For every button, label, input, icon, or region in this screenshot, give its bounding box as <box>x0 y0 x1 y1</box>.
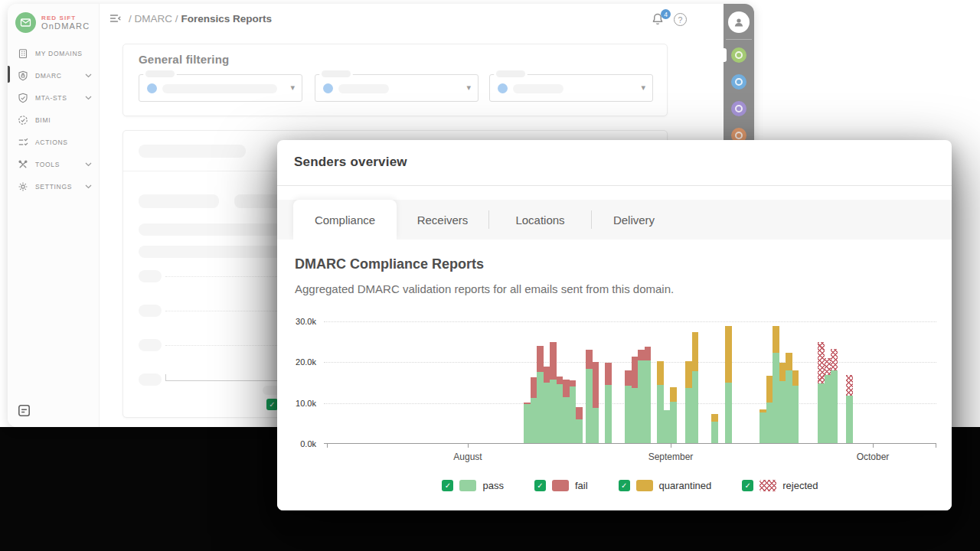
filter-select-2[interactable]: ▾ <box>315 74 479 102</box>
help-widget-icon[interactable] <box>18 404 31 420</box>
topbar: / DMARC /Forensics Reports 4 ? <box>100 4 724 36</box>
chart-bar-18[interactable] <box>670 387 677 443</box>
bar-segment-pass <box>576 419 583 443</box>
legend-checkbox-fail[interactable]: ✓ <box>534 480 546 491</box>
chevron-down-icon <box>85 162 93 167</box>
chart-bar-29[interactable] <box>818 342 825 443</box>
bar-segment-pass <box>563 397 570 443</box>
legend-checkbox-pass[interactable]: ✓ <box>442 480 453 491</box>
chart-bar-22[interactable] <box>725 326 732 443</box>
chart-bar-5[interactable] <box>557 377 564 443</box>
legend-label: rejected <box>782 480 818 491</box>
tabstrip-lead <box>277 200 293 240</box>
help-icon[interactable]: ? <box>674 13 687 26</box>
page-background: RED SIFT OnDMARC MY DOMAINSDMARCMTA-STSB… <box>0 0 980 551</box>
chart-bar-13[interactable] <box>632 357 639 443</box>
legend-checkbox-quarantined[interactable]: ✓ <box>619 480 630 491</box>
tab-locations[interactable]: Locations <box>489 200 591 240</box>
bar-segment-pass <box>605 385 612 443</box>
bar-segment-pass <box>537 372 544 443</box>
sidebar-item-settings[interactable]: SETTINGS <box>8 175 99 197</box>
bar-segment-pass <box>544 383 550 443</box>
legend-item-rejected: ✓rejected <box>742 480 818 491</box>
chart-bar-30[interactable] <box>825 358 831 443</box>
sidebar-item-my-domains[interactable]: MY DOMAINS <box>8 42 99 64</box>
legend-checkbox-rejected[interactable]: ✓ <box>742 480 753 491</box>
y-axis-label: 20.0k <box>296 357 316 367</box>
chart-bar-11[interactable] <box>605 363 612 443</box>
filter-select-3[interactable]: ▾ <box>489 74 653 102</box>
chart-bar-20[interactable] <box>692 332 699 443</box>
chart-bar-32[interactable] <box>846 375 853 443</box>
breadcrumb-current: Forensics Reports <box>181 13 273 24</box>
product-purple-icon[interactable] <box>731 101 746 116</box>
chart-bar-19[interactable] <box>685 361 692 443</box>
chart-bar-27[interactable] <box>786 353 792 443</box>
legend-swatch-fail <box>552 480 569 491</box>
skeleton-row-label <box>139 270 162 282</box>
chevron-down-icon <box>85 73 93 78</box>
tab-receivers[interactable]: Receivers <box>397 200 488 240</box>
skeleton-legend-checkbox[interactable]: ✓ <box>266 399 278 410</box>
tab-compliance[interactable]: Compliance <box>293 200 397 240</box>
sidebar-item-tools[interactable]: TOOLS <box>8 153 99 175</box>
chart-bar-4[interactable] <box>550 342 557 443</box>
chart-bar-16[interactable] <box>657 361 664 443</box>
sidebar-item-bimi[interactable]: BIMI <box>8 109 99 131</box>
chart-bar-28[interactable] <box>792 370 799 443</box>
chart-bar-23[interactable] <box>760 409 766 443</box>
x-axis-tick <box>327 444 328 448</box>
chart-bar-10[interactable] <box>593 362 599 443</box>
sidebar-item-label: ACTIONS <box>35 139 93 146</box>
chart-bar-2[interactable] <box>537 346 544 443</box>
tab-delivery[interactable]: Delivery <box>592 200 676 240</box>
skeleton-row-label <box>139 339 162 351</box>
chart-bar-26[interactable] <box>779 363 786 443</box>
gridline-30.0k <box>324 321 936 322</box>
app-logo[interactable]: RED SIFT OnDMARC <box>8 4 99 33</box>
sidebar-item-actions[interactable]: ACTIONS <box>8 131 99 153</box>
chart-bar-21[interactable] <box>711 414 718 443</box>
bar-segment-fail <box>586 350 593 369</box>
sidebar-item-mta-sts[interactable]: MTA-STS <box>8 86 99 109</box>
chart-bar-14[interactable] <box>638 350 645 443</box>
bar-segment-fail <box>537 346 544 372</box>
chart-bar-1[interactable] <box>531 377 537 443</box>
modal-title: Senders overview <box>294 155 407 170</box>
skeleton-row-label <box>139 305 162 317</box>
product-blue-icon[interactable] <box>731 74 746 90</box>
chart-legend: ✓pass✓fail✓quarantined✓rejected <box>324 480 936 491</box>
breadcrumb-parent[interactable]: / DMARC / <box>129 13 178 24</box>
chart-bar-0[interactable] <box>524 403 531 443</box>
bar-segment-pass <box>779 381 786 443</box>
shield-lock-icon <box>17 70 29 82</box>
chart-bar-9[interactable] <box>586 350 593 443</box>
chart-bar-15[interactable] <box>645 347 652 443</box>
x-axis-tick <box>468 444 469 448</box>
sidebar-item-dmarc[interactable]: DMARC <box>8 64 99 86</box>
filter-select-1[interactable]: ▾ <box>139 74 302 102</box>
bar-segment-quarantined <box>779 363 786 380</box>
brand-name-top: RED SIFT <box>41 15 90 21</box>
bar-segment-pass <box>664 410 671 443</box>
bar-segment-pass <box>645 360 652 443</box>
avatar[interactable] <box>728 11 750 33</box>
bar-segment-fail <box>563 380 570 397</box>
product-green-icon[interactable] <box>731 47 746 63</box>
legend-item-quarantined: ✓quarantined <box>619 480 712 491</box>
x-axis-tick <box>873 444 874 448</box>
chart-bar-8[interactable] <box>576 407 583 443</box>
chart-bar-6[interactable] <box>563 380 570 443</box>
chart-bar-25[interactable] <box>773 326 779 443</box>
chart-bar-7[interactable] <box>570 380 577 443</box>
chart-bar-24[interactable] <box>766 376 773 443</box>
sidebar-collapse-icon[interactable] <box>109 13 122 27</box>
chart-bar-3[interactable] <box>544 367 550 443</box>
bar-segment-pass <box>586 369 593 443</box>
notifications-bell-icon[interactable]: 4 <box>651 12 666 28</box>
chart-bar-12[interactable] <box>625 370 632 443</box>
product-blue-glyph <box>735 78 743 86</box>
chart-heading: DMARC Compliance Reports <box>295 256 484 272</box>
chart-bar-31[interactable] <box>831 349 838 443</box>
chart-bar-17[interactable] <box>664 410 671 443</box>
